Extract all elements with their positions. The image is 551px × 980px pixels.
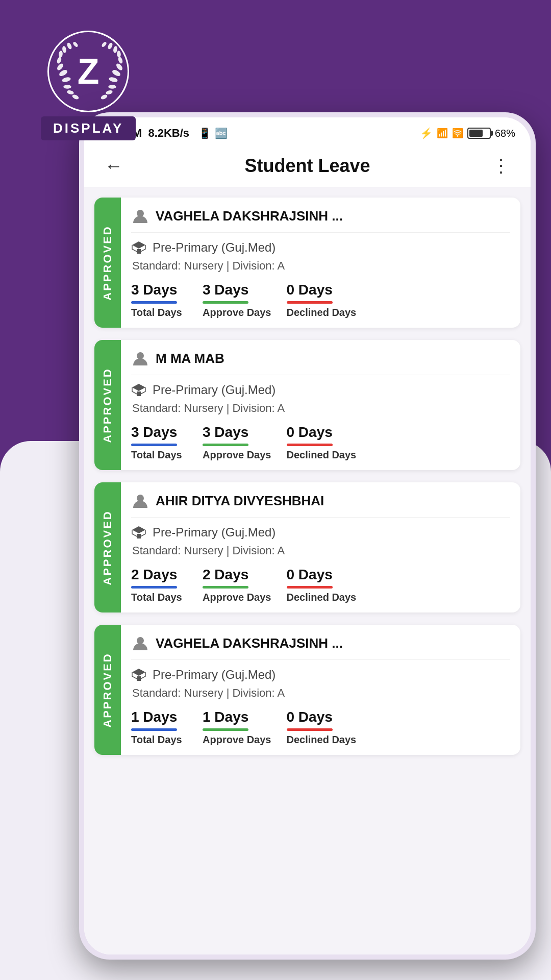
student-name: M MA MAB bbox=[156, 351, 224, 366]
total-days-stat: 1 Days Total Days bbox=[131, 709, 187, 746]
card-body: VAGHELA DAKSHRAJSINH ... Pre-Primary (Gu… bbox=[121, 198, 520, 328]
total-days-number: 1 Days bbox=[131, 709, 187, 725]
total-days-stat: 2 Days Total Days bbox=[131, 567, 187, 603]
declined-days-bar bbox=[287, 728, 333, 731]
division-row: Standard: Nursery | Division: A bbox=[131, 402, 510, 415]
svg-point-15 bbox=[113, 46, 117, 53]
battery-icon bbox=[467, 128, 491, 139]
svg-point-1 bbox=[57, 63, 64, 70]
total-days-number: 3 Days bbox=[131, 424, 187, 440]
app-bar: ← Student Leave ⋮ bbox=[84, 145, 531, 187]
leave-card[interactable]: Approved AHIR DITYA DIVYESHBHAI Pre-Prim… bbox=[94, 482, 520, 612]
stats-row: 2 Days Total Days 2 Days Approve Days 0 … bbox=[131, 567, 510, 603]
total-days-stat: 3 Days Total Days bbox=[131, 424, 187, 461]
back-button[interactable]: ← bbox=[99, 153, 128, 179]
stats-row: 3 Days Total Days 3 Days Approve Days 0 … bbox=[131, 282, 510, 318]
school-icon bbox=[131, 667, 146, 682]
student-name: VAGHELA DAKSHRAJSINH ... bbox=[156, 635, 343, 651]
class-row: Pre-Primary (Guj.Med) bbox=[131, 667, 510, 682]
card-status-bar: Approved bbox=[94, 198, 121, 328]
card-status-label: Approved bbox=[101, 510, 114, 585]
svg-point-26 bbox=[137, 495, 144, 502]
total-days-bar bbox=[131, 444, 177, 446]
svg-point-13 bbox=[118, 57, 123, 63]
svg-point-12 bbox=[116, 63, 123, 70]
declined-days-number: 0 Days bbox=[287, 567, 357, 583]
declined-days-label: Declined Days bbox=[287, 734, 357, 746]
total-days-number: 2 Days bbox=[131, 567, 187, 583]
class-row: Pre-Primary (Guj.Med) bbox=[131, 240, 510, 255]
total-days-label: Total Days bbox=[131, 734, 187, 746]
class-name: Pre-Primary (Guj.Med) bbox=[153, 525, 276, 540]
declined-days-bar bbox=[287, 586, 333, 589]
declined-days-number: 0 Days bbox=[287, 709, 357, 725]
declined-days-stat: 0 Days Declined Days bbox=[287, 709, 357, 746]
declined-days-bar bbox=[287, 444, 333, 446]
card-body: AHIR DITYA DIVYESHBHAI Pre-Primary (Guj.… bbox=[121, 482, 520, 612]
approve-days-label: Approve Days bbox=[203, 307, 271, 318]
card-status-bar: Approved bbox=[94, 340, 121, 470]
declined-days-label: Declined Days bbox=[287, 592, 357, 603]
leave-card[interactable]: Approved VAGHELA DAKSHRAJSINH ... Pre-Pr… bbox=[94, 198, 520, 328]
approve-days-stat: 2 Days Approve Days bbox=[203, 567, 271, 603]
bluetooth-icon: ⚡ bbox=[420, 127, 433, 139]
leave-card[interactable]: Approved VAGHELA DAKSHRAJSINH ... Pre-Pr… bbox=[94, 625, 520, 755]
svg-point-17 bbox=[102, 42, 107, 47]
school-icon bbox=[131, 382, 146, 398]
student-name-row: VAGHELA DAKSHRAJSINH ... bbox=[131, 207, 510, 233]
card-status-label: Approved bbox=[101, 368, 114, 443]
svg-point-7 bbox=[62, 77, 71, 83]
svg-rect-25 bbox=[137, 391, 141, 396]
svg-point-9 bbox=[67, 90, 74, 95]
approve-days-number: 3 Days bbox=[203, 282, 271, 298]
approve-days-stat: 3 Days Approve Days bbox=[203, 424, 271, 461]
svg-point-10 bbox=[72, 94, 79, 100]
leave-card[interactable]: Approved M MA MAB Pre-Primary (Guj.Med) … bbox=[94, 340, 520, 470]
menu-button[interactable]: ⋮ bbox=[487, 153, 515, 179]
approve-days-stat: 1 Days Approve Days bbox=[203, 709, 271, 746]
division-row: Standard: Nursery | Division: A bbox=[131, 259, 510, 273]
person-icon bbox=[131, 349, 149, 368]
student-name-row: VAGHELA DAKSHRAJSINH ... bbox=[131, 634, 510, 660]
status-icons: ⚡ 📶 🛜 68% bbox=[420, 127, 515, 139]
declined-days-stat: 0 Days Declined Days bbox=[287, 282, 357, 318]
declined-days-number: 0 Days bbox=[287, 424, 357, 440]
logo-area: Z DISPLAY bbox=[41, 31, 136, 140]
school-icon bbox=[131, 525, 146, 540]
approve-days-number: 3 Days bbox=[203, 424, 271, 440]
declined-days-stat: 0 Days Declined Days bbox=[287, 567, 357, 603]
svg-point-18 bbox=[109, 77, 118, 83]
card-status-bar: Approved bbox=[94, 482, 121, 612]
person-icon bbox=[131, 207, 149, 225]
total-days-bar bbox=[131, 586, 177, 589]
svg-rect-23 bbox=[137, 249, 141, 254]
svg-point-24 bbox=[137, 352, 144, 359]
class-name: Pre-Primary (Guj.Med) bbox=[153, 668, 276, 682]
svg-point-19 bbox=[109, 85, 116, 88]
approve-days-bar bbox=[203, 444, 248, 446]
status-bar: 5:13 PM 8.2KB/s 📱 🔤 ⚡ 📶 🛜 68% bbox=[84, 117, 531, 145]
approve-days-bar bbox=[203, 728, 248, 731]
approve-days-stat: 3 Days Approve Days bbox=[203, 282, 271, 318]
class-name: Pre-Primary (Guj.Med) bbox=[153, 383, 276, 397]
stats-row: 1 Days Total Days 1 Days Approve Days 0 … bbox=[131, 709, 510, 746]
stats-row: 3 Days Total Days 3 Days Approve Days 0 … bbox=[131, 424, 510, 461]
svg-point-11 bbox=[112, 69, 121, 77]
svg-point-16 bbox=[108, 42, 113, 49]
student-name: VAGHELA DAKSHRAJSINH ... bbox=[156, 208, 343, 224]
card-body: VAGHELA DAKSHRAJSINH ... Pre-Primary (Gu… bbox=[121, 625, 520, 755]
total-days-label: Total Days bbox=[131, 592, 187, 603]
svg-point-22 bbox=[137, 210, 144, 217]
total-days-number: 3 Days bbox=[131, 282, 187, 298]
svg-point-20 bbox=[106, 90, 113, 95]
class-name: Pre-Primary (Guj.Med) bbox=[153, 240, 276, 255]
page-title: Student Leave bbox=[244, 155, 370, 177]
phone-inner: 5:13 PM 8.2KB/s 📱 🔤 ⚡ 📶 🛜 68% ← Student … bbox=[84, 117, 531, 954]
declined-days-label: Declined Days bbox=[287, 449, 357, 461]
approve-days-number: 2 Days bbox=[203, 567, 271, 583]
svg-point-0 bbox=[59, 69, 68, 77]
total-days-label: Total Days bbox=[131, 449, 187, 461]
approve-days-bar bbox=[203, 301, 248, 304]
declined-days-label: Declined Days bbox=[287, 307, 357, 318]
svg-point-6 bbox=[73, 42, 78, 47]
